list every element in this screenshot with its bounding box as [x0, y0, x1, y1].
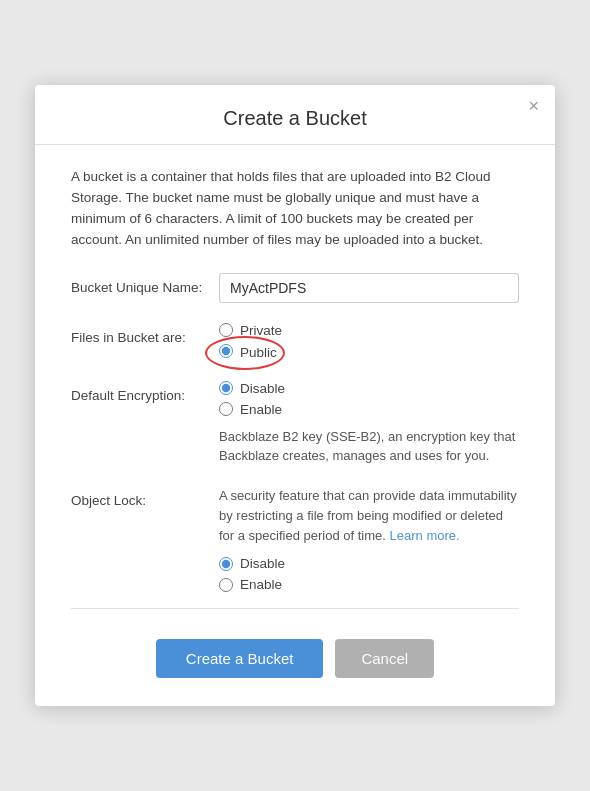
private-label: Private	[240, 323, 282, 338]
object-lock-disable-label: Disable	[240, 556, 285, 571]
files-radio-group: Private Public	[219, 323, 519, 361]
private-radio[interactable]	[219, 323, 233, 337]
encryption-enable-item[interactable]: Enable	[219, 402, 519, 417]
object-lock-enable-item[interactable]: Enable	[219, 577, 519, 592]
object-lock-enable-label: Enable	[240, 577, 282, 592]
public-radio[interactable]	[219, 344, 233, 358]
modal-body: A bucket is a container that holds files…	[35, 145, 555, 619]
public-radio-item[interactable]: Public	[219, 344, 519, 361]
encryption-disable-label: Disable	[240, 381, 285, 396]
encryption-disable-radio[interactable]	[219, 381, 233, 395]
public-label: Public	[240, 345, 277, 360]
bucket-name-label: Bucket Unique Name:	[71, 273, 219, 295]
modal-overlay: × Create a Bucket A bucket is a containe…	[0, 0, 590, 791]
description-text: A bucket is a container that holds files…	[71, 167, 519, 251]
encryption-enable-radio[interactable]	[219, 402, 233, 416]
encryption-row: Default Encryption: Disable Enable Backb…	[71, 381, 519, 466]
encryption-control-group: Disable Enable Backblaze B2 key (SSE-B2)…	[219, 381, 519, 466]
encryption-enable-label: Enable	[240, 402, 282, 417]
public-radio-wrapper	[219, 344, 233, 361]
cancel-button[interactable]: Cancel	[335, 639, 434, 678]
private-radio-item[interactable]: Private	[219, 323, 519, 338]
modal-title: Create a Bucket	[35, 85, 555, 145]
object-lock-control-group: A security feature that can provide data…	[219, 486, 519, 592]
object-lock-description: A security feature that can provide data…	[219, 486, 519, 546]
bucket-name-row: Bucket Unique Name:	[71, 273, 519, 303]
files-in-bucket-label: Files in Bucket are:	[71, 323, 219, 345]
visibility-radio-group: Private Public	[219, 323, 519, 361]
learn-more-link[interactable]: Learn more.	[390, 528, 460, 543]
create-bucket-button[interactable]: Create a Bucket	[156, 639, 324, 678]
object-lock-disable-item[interactable]: Disable	[219, 556, 519, 571]
object-lock-disable-radio[interactable]	[219, 557, 233, 571]
object-lock-label: Object Lock:	[71, 486, 219, 508]
encryption-description: Backblaze B2 key (SSE-B2), an encryption…	[219, 427, 519, 466]
bucket-name-control	[219, 273, 519, 303]
bucket-name-input[interactable]	[219, 273, 519, 303]
encryption-label: Default Encryption:	[71, 381, 219, 403]
close-button[interactable]: ×	[528, 97, 539, 115]
modal-dialog: × Create a Bucket A bucket is a containe…	[35, 85, 555, 706]
object-lock-enable-radio[interactable]	[219, 578, 233, 592]
footer-divider	[71, 608, 519, 609]
object-lock-radio-group: Disable Enable	[219, 556, 519, 592]
encryption-disable-item[interactable]: Disable	[219, 381, 519, 396]
object-lock-row: Object Lock: A security feature that can…	[71, 486, 519, 592]
modal-footer: Create a Bucket Cancel	[35, 619, 555, 706]
object-lock-desc-text: A security feature that can provide data…	[219, 488, 517, 543]
files-in-bucket-row: Files in Bucket are: Private Publi	[71, 323, 519, 361]
encryption-radio-group: Disable Enable Backblaze B2 key (SSE-B2)…	[219, 381, 519, 466]
